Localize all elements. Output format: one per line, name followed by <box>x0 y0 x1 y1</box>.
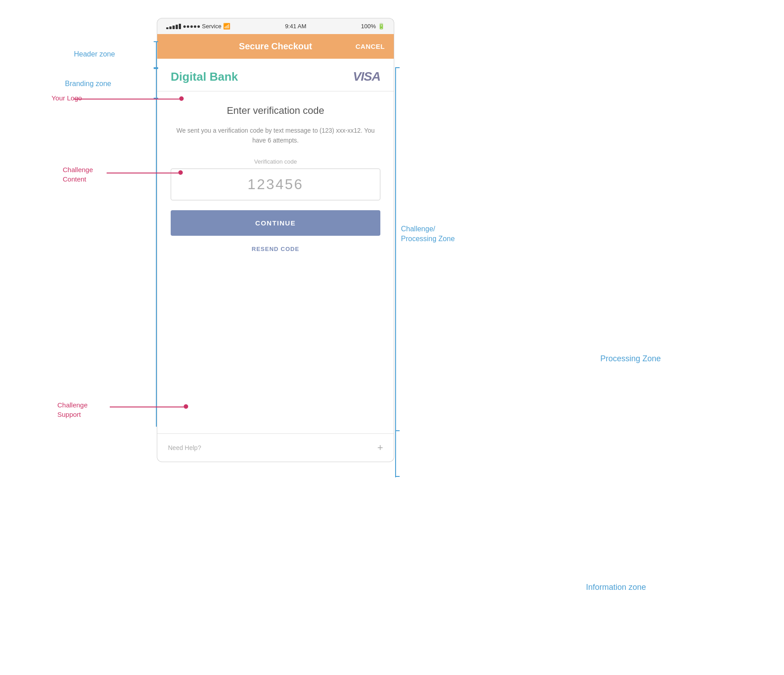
header-zone-label: Header zone <box>74 50 115 58</box>
information-zone-label: Information zone <box>586 582 646 593</box>
challenge-support-label: Challenge Support <box>57 400 88 419</box>
header-title: Secure Checkout <box>239 41 312 52</box>
your-logo-label: Your Logo <box>52 94 82 102</box>
battery-label: 100% <box>361 23 376 30</box>
visa-logo: VISA <box>353 69 380 84</box>
status-bar-time: 9:41 AM <box>285 23 306 30</box>
phone-body: Digital Bank VISA Enter verification cod… <box>157 59 394 462</box>
challenge-zone: Enter verification code We sent you a ve… <box>157 91 394 261</box>
verification-title: Enter verification code <box>171 105 380 117</box>
need-help-text: Need Help? <box>168 444 201 451</box>
phone-mockup: ●●●●● Service 📶 9:41 AM 100% 🔋 Secure Ch… <box>157 18 394 462</box>
app-header: Secure Checkout CANCEL <box>157 34 394 59</box>
verification-code-input[interactable]: 123456 <box>180 176 371 193</box>
branding-zone: Digital Bank VISA <box>157 59 394 91</box>
branding-zone-label: Branding zone <box>65 80 111 88</box>
branding-tick-top <box>154 68 158 69</box>
right-processing-tick-top <box>395 67 400 68</box>
right-annotation-line-info <box>395 430 396 477</box>
right-annotation-line-processing <box>395 67 396 430</box>
continue-button[interactable]: CONTINUE <box>171 210 380 236</box>
challenge-support-line <box>110 407 184 407</box>
signal-icon <box>166 24 181 29</box>
plus-icon[interactable]: + <box>377 442 383 454</box>
challenge-content-label: Challenge Content <box>63 165 93 184</box>
status-bar: ●●●●● Service 📶 9:41 AM 100% 🔋 <box>157 18 394 34</box>
verification-description: We sent you a verification code by text … <box>171 125 380 146</box>
info-zone: Need Help? + <box>157 433 394 462</box>
cancel-button[interactable]: CANCEL <box>356 43 385 50</box>
challenge-content-line <box>107 173 178 173</box>
verification-input-wrapper[interactable]: 123456 <box>171 169 380 200</box>
header-tick-top <box>154 41 158 42</box>
status-bar-right: 100% 🔋 <box>361 23 385 30</box>
status-bar-left: ●●●●● Service 📶 <box>166 23 230 30</box>
bank-logo: Digital Bank <box>171 70 238 84</box>
wifi-icon: 📶 <box>223 23 230 30</box>
challenge-support-dot <box>184 404 188 409</box>
challenge-processing-zone-label: Challenge/ Processing Zone <box>401 224 455 244</box>
battery-icon: 🔋 <box>378 23 385 30</box>
challenge-content-dot <box>178 170 183 175</box>
your-logo-dot <box>179 96 184 101</box>
resend-code-button[interactable]: RESEND CODE <box>171 246 380 252</box>
your-logo-line <box>74 99 179 100</box>
processing-zone-label: Processing Zone <box>600 354 661 363</box>
service-label: ●●●●● Service <box>183 23 221 30</box>
input-label: Verification code <box>171 158 380 165</box>
right-info-tick-bottom <box>395 476 400 477</box>
